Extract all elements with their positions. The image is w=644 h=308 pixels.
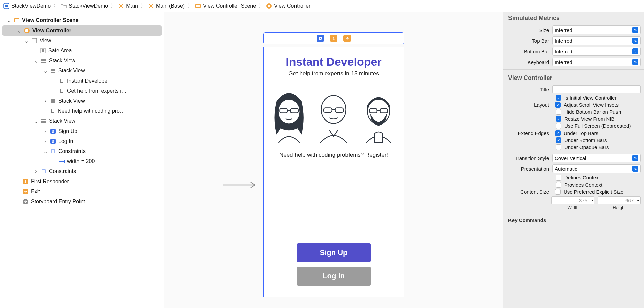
outline-constraints[interactable]: ⌄ Constraints	[0, 146, 164, 156]
disclosure-icon[interactable]: ⌄	[17, 28, 21, 34]
checkbox-resize-nib[interactable]	[556, 116, 561, 122]
outline-safe-area[interactable]: Safe Area	[0, 46, 164, 56]
outline-vc[interactable]: ⌄ View Controller	[2, 25, 162, 36]
outline-label-need[interactable]: L Need help with coding pro…	[0, 106, 164, 116]
exit-dock-icon[interactable]	[343, 35, 351, 42]
disclosure-icon[interactable]: ⌄	[34, 58, 38, 64]
outline-stackview-header[interactable]: ⌄ Stack View	[0, 66, 164, 76]
title-field[interactable]	[552, 85, 641, 93]
disclosure-icon[interactable]: ›	[43, 98, 48, 104]
crumb-vc[interactable]: View Controller	[266, 3, 310, 9]
outline-stackview-buttons[interactable]: ⌄ Stack View	[0, 116, 164, 126]
row-title: Title	[503, 84, 644, 94]
row-keyboard: Keyboard Inferred⇅	[503, 57, 644, 67]
checkbox-initial[interactable]	[556, 95, 561, 101]
popup-value: Inferred	[555, 49, 572, 54]
checkbox-under-bottom[interactable]	[556, 137, 561, 143]
width-stepper[interactable]: 375▴▾ Width	[551, 196, 594, 210]
outline-label-title[interactable]: L Instant Developer	[0, 76, 164, 86]
size-popup[interactable]: Inferred⇅	[552, 25, 641, 34]
checkbox-provides[interactable]	[556, 182, 561, 188]
crumb-folder[interactable]: StackViewDemo	[61, 3, 108, 9]
login-button[interactable]: Log In	[297, 267, 371, 286]
row-content-size[interactable]: Content Size Use Preferred Explicit Size	[503, 188, 644, 195]
stepper-arrows-icon: ⇅	[632, 59, 638, 65]
outline-scene[interactable]: ⌄ View Controller Scene	[0, 15, 164, 25]
crumb-main[interactable]: Main	[118, 3, 138, 9]
svg-rect-24	[41, 122, 46, 123]
row-underbottom[interactable]: Under Bottom Bars	[503, 137, 644, 144]
check-label: Adjust Scroll View Insets	[564, 102, 619, 108]
crumb-scene[interactable]: View Controller Scene	[195, 3, 256, 9]
row-defines[interactable]: Defines Context	[503, 174, 644, 181]
inspector-panel[interactable]: Simulated Metrics Size Inferred⇅ Top Bar…	[503, 12, 644, 308]
outline-constraint-width[interactable]: width = 200	[0, 156, 164, 166]
checkbox-preferred-size[interactable]	[555, 189, 561, 195]
outline-label: Exit	[31, 189, 40, 195]
outline-stackview-avatars[interactable]: › Stack View	[0, 96, 164, 106]
avatar-man-bald	[313, 87, 354, 144]
outline-first-responder[interactable]: 1 First Responder	[0, 176, 164, 187]
bottombar-popup[interactable]: Inferred⇅	[552, 47, 641, 56]
row-initial[interactable]: Is Initial View Controller	[503, 94, 644, 101]
checkbox-under-top[interactable]	[555, 130, 561, 136]
stepper-buttons-icon[interactable]: ▴▾	[635, 199, 640, 202]
outline-view[interactable]: ⌄ View	[0, 36, 164, 46]
outline-button-login[interactable]: › B Log In	[0, 136, 164, 146]
disclosure-icon[interactable]: ⌄	[34, 118, 38, 124]
disclosure-icon[interactable]: ⌄	[43, 148, 48, 155]
popup-value: Inferred	[555, 27, 572, 33]
stepper-buttons-icon[interactable]: ▴▾	[589, 199, 594, 202]
checkbox-defines[interactable]	[556, 175, 561, 181]
outline-label: Stack View	[49, 58, 75, 64]
outline-constraints-view[interactable]: › Constraints	[0, 166, 164, 176]
topbar-popup[interactable]: Inferred⇅	[552, 36, 641, 45]
outline-stackview-outer[interactable]: ⌄ Stack View	[0, 56, 164, 66]
chevron-right-icon: 〉	[53, 3, 58, 9]
checkbox-adjust-insets[interactable]	[555, 102, 561, 108]
checkbox-fullscreen[interactable]	[556, 123, 561, 129]
height-stepper[interactable]: 667▴▾ Height	[598, 196, 641, 210]
checkbox-hide-bottom[interactable]	[556, 109, 561, 115]
row-fullscreen[interactable]: Use Full Screen (Deprecated)	[503, 122, 644, 130]
signup-button[interactable]: Sign Up	[297, 243, 371, 262]
outline-button-signup[interactable]: › B Sign Up	[0, 126, 164, 136]
svg-rect-1	[5, 5, 8, 7]
canvas[interactable]: 1 Instant Developer Get help from expert…	[164, 12, 503, 308]
keyboard-popup[interactable]: Inferred⇅	[552, 58, 641, 66]
device-preview[interactable]: Instant Developer Get help from experts …	[263, 47, 404, 297]
chevron-right-icon: 〉	[259, 3, 263, 9]
viewcontroller-icon	[23, 27, 30, 34]
stepper-value[interactable]: 375	[552, 198, 589, 203]
stepper-value[interactable]: 667	[598, 198, 635, 203]
disclosure-icon[interactable]: ›	[43, 128, 48, 134]
outline-exit[interactable]: Exit	[0, 187, 164, 197]
vc-dock-icon[interactable]	[317, 35, 324, 42]
row-layout[interactable]: Layout Adjust Scroll View Insets	[503, 101, 644, 108]
storyboard-entry-arrow[interactable]	[223, 180, 260, 190]
row-resize[interactable]: Resize View From NIB	[503, 115, 644, 122]
disclosure-icon[interactable]: ›	[34, 168, 38, 174]
disclosure-icon[interactable]: ⌄	[24, 38, 29, 44]
label-icon: L	[49, 108, 56, 114]
disclosure-icon[interactable]: ⌄	[43, 68, 48, 74]
row-extend[interactable]: Extend Edges Under Top Bars	[503, 130, 644, 137]
presentation-popup[interactable]: Automatic⇅	[552, 164, 641, 173]
checkbox-under-opaque[interactable]	[556, 144, 561, 150]
row-hidebottom[interactable]: Hide Bottom Bar on Push	[503, 108, 644, 115]
disclosure-icon[interactable]: ⌄	[7, 17, 11, 24]
document-outline[interactable]: ⌄ View Controller Scene ⌄ View Controlle…	[0, 12, 164, 308]
disclosure-icon[interactable]: ›	[43, 138, 48, 144]
outline-label-sub[interactable]: L Get help from experts i…	[0, 86, 164, 96]
outline-entry-point[interactable]: Storyboard Entry Point	[0, 197, 164, 207]
first-responder-dock-icon[interactable]: 1	[330, 35, 337, 42]
scene-dock[interactable]: 1	[263, 32, 404, 44]
outline-label: Stack View	[49, 118, 75, 124]
transition-popup[interactable]: Cover Vertical⇅	[552, 154, 641, 162]
row-provides[interactable]: Provides Context	[503, 181, 644, 188]
row-underopaque[interactable]: Under Opaque Bars	[503, 144, 644, 151]
safe-area-icon	[40, 47, 46, 54]
crumb-project[interactable]: StackViewDemo	[3, 3, 51, 9]
check-label: Defines Context	[564, 175, 600, 181]
crumb-main-base[interactable]: Main (Base)	[148, 3, 185, 9]
